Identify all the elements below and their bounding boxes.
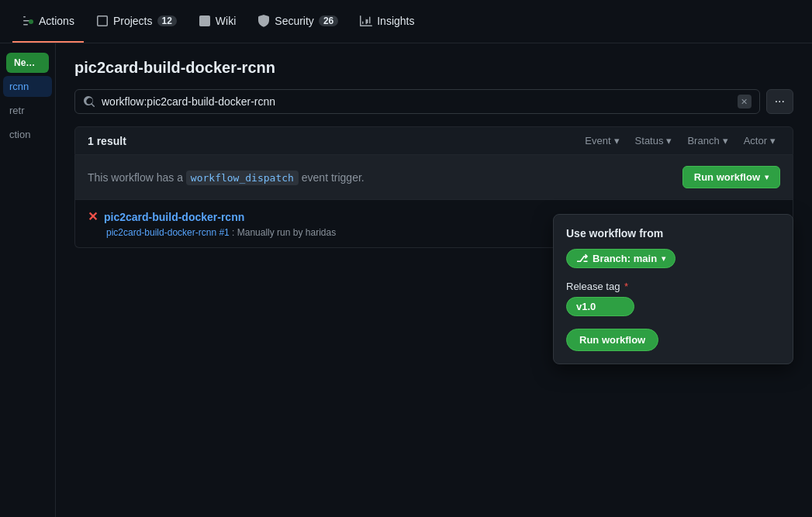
svg-point-0 (29, 19, 33, 24)
top-nav: Actions Projects 12 Wiki Security 26 Ins… (0, 0, 812, 43)
nav-security[interactable]: Security 26 (248, 0, 347, 43)
search-input[interactable] (102, 95, 731, 108)
chevron-down-icon: ▾ (723, 135, 728, 146)
nav-security-label: Security (275, 15, 314, 27)
nav-projects-label: Projects (113, 15, 153, 27)
nav-actions-label: Actions (39, 15, 74, 27)
search-input-wrap: ✕ (74, 89, 760, 114)
workflow-dispatch-code: workflow_dispatch (186, 171, 299, 185)
results-header: 1 result Event ▾ Status ▾ Branch ▾ Actor… (74, 126, 793, 155)
clear-search-button[interactable]: ✕ (738, 95, 752, 109)
nav-insights-label: Insights (377, 15, 414, 27)
book-icon (199, 15, 211, 27)
chevron-down-icon: ▾ (614, 135, 620, 146)
table-icon (96, 15, 109, 27)
workflow-notice: This workflow has a workflow_dispatch ev… (74, 155, 793, 200)
filter-branch[interactable]: Branch ▾ (682, 133, 732, 148)
chevron-down-icon: ▾ (770, 135, 776, 146)
notice-text: This workflow has a workflow_dispatch ev… (88, 171, 365, 184)
branch-label: Branch: main (593, 253, 657, 264)
run-workflow-dropdown: Use workflow from ⎇ Branch: main ▾ Relea… (553, 214, 793, 364)
filter-actor[interactable]: Actor ▾ (739, 133, 780, 148)
release-tag-input[interactable] (566, 297, 634, 316)
branch-selector-button[interactable]: ⎇ Branch: main ▾ (566, 249, 676, 268)
nav-projects[interactable]: Projects 12 (87, 0, 186, 43)
sidebar-item-ction[interactable]: ction (0, 124, 55, 145)
search-bar: ✕ ··· (74, 89, 793, 114)
shield-icon (257, 15, 270, 27)
projects-badge: 12 (157, 16, 177, 26)
nav-insights[interactable]: Insights (351, 0, 423, 43)
main-content: pic2card-build-docker-rcnn ✕ ··· 1 resul… (56, 43, 812, 517)
workflow-run-detail: Manually run by haridas (237, 227, 336, 238)
workflow-run-link[interactable]: pic2card-build-docker-rcnn #1 (106, 227, 230, 238)
sidebar-item-rcnn[interactable]: rcnn (3, 76, 52, 97)
results-count: 1 result (88, 135, 126, 147)
filter-status[interactable]: Status ▾ (631, 133, 677, 148)
required-indicator: * (624, 281, 628, 292)
workflow-name-link[interactable]: pic2card-build-docker-rcnn (104, 211, 244, 223)
dropdown-title: Use workflow from (566, 227, 780, 240)
more-options-button[interactable]: ··· (766, 89, 793, 114)
chevron-down-icon: ▾ (662, 254, 665, 263)
search-icon (83, 95, 95, 108)
page-layout: New workflow rcnn retr ction pic2card-bu… (0, 43, 812, 517)
branch-icon: ⎇ (576, 253, 588, 264)
nav-wiki-label: Wiki (216, 15, 236, 27)
sidebar-item-retr[interactable]: retr (0, 100, 55, 121)
sidebar: New workflow rcnn retr ction (0, 43, 56, 517)
nav-actions[interactable]: Actions (12, 0, 84, 43)
filter-buttons: Event ▾ Status ▾ Branch ▾ Actor ▾ (580, 133, 780, 148)
nav-wiki[interactable]: Wiki (189, 0, 245, 43)
chevron-down-icon: ▾ (666, 135, 672, 146)
page-title: pic2card-build-docker-rcnn (74, 59, 793, 77)
graph-icon (360, 15, 372, 27)
filter-event[interactable]: Event ▾ (580, 133, 624, 148)
run-workflow-dropdown-button[interactable]: Run workflow (566, 329, 658, 351)
security-badge: 26 (319, 16, 338, 26)
release-tag-label: Release tag * (566, 281, 780, 292)
status-failed-icon: ✕ (88, 209, 98, 224)
run-workflow-button[interactable]: Run workflow ▾ (682, 166, 780, 188)
chevron-down-icon: ▾ (765, 173, 769, 181)
play-icon (22, 15, 34, 27)
new-workflow-button[interactable]: New workflow (6, 53, 49, 73)
